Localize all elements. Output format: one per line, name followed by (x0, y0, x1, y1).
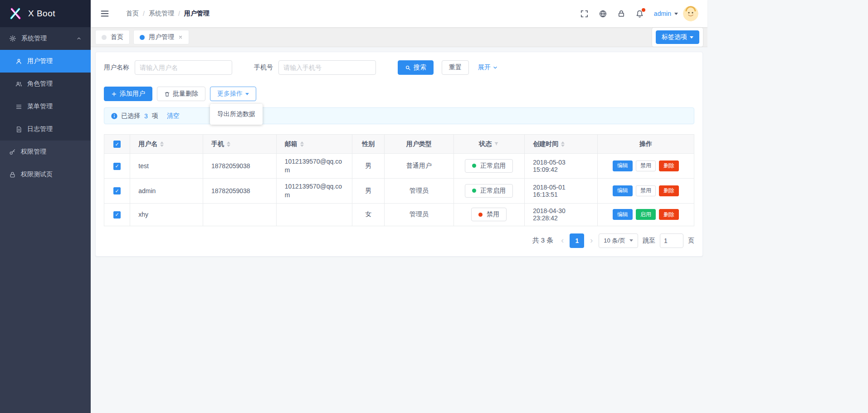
enable-button[interactable]: 启用 (636, 209, 656, 220)
next-page-button[interactable]: › (589, 236, 594, 245)
chevron-down-icon (674, 13, 678, 15)
chevron-down-icon (629, 239, 633, 242)
tab-dot-icon (140, 35, 145, 40)
app-window: X Boot 系统管理 用户管理 (0, 0, 707, 413)
sidebar-item-user-management[interactable]: 用户管理 (0, 50, 91, 73)
content-area: 用户名称 手机号 搜索 重置 展开 (91, 47, 707, 413)
tab-user-management[interactable]: 用户管理 (133, 30, 189, 44)
table-row: admin 18782059038 1012139570@qq.com 男 管理… (104, 178, 694, 203)
language-button[interactable] (599, 10, 607, 18)
sidebar-menu: 系统管理 用户管理 角色管理 菜单管理 (0, 27, 91, 186)
disable-button[interactable]: 禁用 (636, 160, 656, 171)
sidebar-item-permission-management[interactable]: 权限管理 (0, 141, 91, 163)
cell-gender: 男 (352, 178, 384, 203)
export-selected-item[interactable]: 导出所选数据 (210, 107, 263, 122)
lock-icon (9, 171, 16, 178)
more-actions-button[interactable]: 更多操作 (210, 87, 256, 101)
reset-button[interactable]: 重置 (442, 60, 469, 75)
status-dot-icon (478, 213, 483, 217)
search-button[interactable]: 搜索 (398, 60, 434, 75)
chevron-down-icon (245, 93, 249, 95)
select-all-checkbox[interactable] (113, 141, 121, 148)
disable-button[interactable]: 禁用 (636, 185, 656, 196)
delete-button[interactable]: 删除 (659, 209, 679, 220)
status-badge: 禁用 (471, 208, 507, 221)
menu-toggle-button[interactable] (100, 9, 110, 19)
lock-icon (617, 10, 625, 18)
chevron-up-icon (76, 36, 82, 41)
sort-icon[interactable] (227, 141, 230, 147)
sidebar-item-role-management[interactable]: 角色管理 (0, 73, 91, 95)
cell-phone: 18782059038 (203, 154, 276, 179)
cell-created: 2018-05-03 15:09:42 (525, 154, 598, 179)
sidebar-item-menu-management[interactable]: 菜单管理 (0, 95, 91, 118)
globe-icon (599, 10, 607, 18)
sidebar: X Boot 系统管理 用户管理 (0, 0, 91, 413)
clear-selection-link[interactable]: 清空 (167, 112, 180, 120)
user-menu[interactable]: admin (654, 6, 698, 21)
tab-dot-icon (102, 35, 107, 40)
username-label: 用户名称 (104, 63, 129, 72)
main-area: 首页 / 系统管理 / 用户管理 (91, 0, 707, 413)
page-unit: 页 (688, 237, 694, 245)
more-actions-dropdown: 更多操作 导出所选数据 (210, 87, 256, 101)
fullscreen-button[interactable] (580, 10, 589, 18)
username-input[interactable] (135, 60, 232, 75)
cell-gender: 女 (352, 203, 384, 226)
page-size-select[interactable]: 10 条/页 (599, 233, 638, 248)
app-logo: X Boot (0, 0, 91, 27)
user-management-card: 用户名称 手机号 搜索 重置 展开 (95, 52, 703, 257)
selected-count: 3 (144, 112, 148, 120)
header-actions: admin (580, 6, 698, 21)
edit-button[interactable]: 编辑 (613, 185, 633, 196)
prev-page-button[interactable]: ‹ (560, 236, 565, 245)
add-user-button[interactable]: 添加用户 (104, 87, 152, 101)
filter-icon[interactable] (494, 141, 499, 146)
tag-options-button[interactable]: 标签选项 (656, 30, 699, 44)
selection-alert: 已选择 3 项 清空 (104, 107, 694, 124)
row-checkbox[interactable] (113, 211, 121, 219)
jump-page-input[interactable] (660, 233, 683, 248)
more-actions-menu: 导出所选数据 (210, 104, 263, 125)
avatar[interactable] (683, 6, 698, 21)
notifications-button[interactable] (635, 10, 644, 18)
breadcrumb-home[interactable]: 首页 (126, 10, 139, 18)
close-icon[interactable] (178, 35, 183, 39)
edit-button[interactable]: 编辑 (613, 160, 633, 171)
row-checkbox[interactable] (113, 163, 121, 170)
sort-icon[interactable] (160, 141, 164, 147)
document-icon (15, 126, 22, 133)
tag-options-wrap: 标签选项 (652, 28, 703, 47)
plus-icon (111, 91, 117, 97)
delete-button[interactable]: 删除 (659, 185, 679, 196)
batch-delete-button[interactable]: 批量删除 (157, 87, 205, 101)
app-title: X Boot (28, 9, 55, 19)
list-icon (15, 103, 22, 110)
sidebar-item-system-management[interactable]: 系统管理 (0, 27, 91, 50)
gear-icon (9, 35, 16, 42)
page-number[interactable]: 1 (570, 233, 584, 248)
toolbar-row: 添加用户 批量删除 更多操作 导出所选数据 (104, 87, 694, 101)
breadcrumb-system[interactable]: 系统管理 (149, 10, 174, 18)
cell-user-type: 管理员 (384, 178, 454, 203)
pagination: 共 3 条 ‹ 1 › 10 条/页 跳至 页 (104, 233, 694, 248)
key-icon (9, 149, 16, 155)
cell-user-type: 管理员 (384, 203, 454, 226)
phone-input[interactable] (278, 60, 376, 75)
sort-icon[interactable] (561, 141, 565, 147)
user-icon (15, 58, 22, 65)
hamburger-icon (100, 9, 110, 19)
tab-home[interactable]: 首页 (95, 30, 130, 44)
open-tabs-bar: 首页 用户管理 标签选项 (91, 27, 707, 47)
cell-phone (203, 203, 276, 226)
cell-email: 1012139570@qq.com (276, 154, 352, 179)
expand-link[interactable]: 展开 (478, 63, 498, 72)
lock-screen-button[interactable] (617, 10, 625, 18)
sidebar-item-log-management[interactable]: 日志管理 (0, 118, 91, 141)
cell-gender: 男 (352, 154, 384, 179)
row-checkbox[interactable] (113, 187, 121, 194)
sidebar-item-permission-test[interactable]: 权限测试页 (0, 163, 91, 186)
delete-button[interactable]: 删除 (659, 160, 679, 171)
edit-button[interactable]: 编辑 (613, 209, 633, 220)
sort-icon[interactable] (300, 141, 304, 147)
